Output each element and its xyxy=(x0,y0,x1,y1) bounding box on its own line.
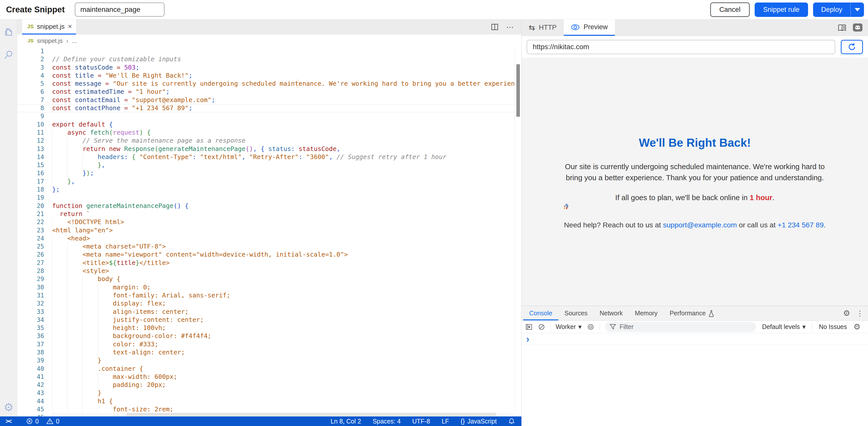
console-settings-icon[interactable]: ⚙ xyxy=(854,322,861,332)
encoding-setting[interactable]: UTF-8 xyxy=(412,418,430,425)
tab-snippet-js[interactable]: JS snippet.js × xyxy=(22,20,76,34)
line-number[interactable]: 19 xyxy=(17,194,44,202)
code-line[interactable]: 44 h1 { xyxy=(17,397,521,405)
line-number[interactable]: 44 xyxy=(17,397,44,405)
scrollbar-thumb[interactable] xyxy=(516,64,520,117)
code-line[interactable]: 24 <head> xyxy=(17,234,521,243)
close-icon[interactable]: × xyxy=(68,23,72,30)
line-number[interactable]: 5 xyxy=(17,80,44,88)
line-number[interactable]: 18 xyxy=(17,186,44,194)
code-line[interactable]: 3const statusCode = 503; xyxy=(17,63,521,72)
console-sidebar-toggle-icon[interactable] xyxy=(525,323,533,331)
line-number[interactable]: 15 xyxy=(17,161,44,169)
line-number[interactable]: 11 xyxy=(17,129,44,137)
deploy-split-button[interactable]: Deploy xyxy=(813,2,864,17)
code-line[interactable]: 19 xyxy=(17,194,521,202)
devtools-tab-console[interactable]: Console xyxy=(523,306,558,320)
code-line[interactable]: 18}; xyxy=(17,186,521,194)
line-number[interactable]: 4 xyxy=(17,72,44,80)
line-number[interactable]: 37 xyxy=(17,340,44,348)
line-number[interactable]: 27 xyxy=(17,259,44,267)
line-number[interactable]: 35 xyxy=(17,324,44,332)
line-number[interactable]: 7 xyxy=(17,96,44,104)
indentation-setting[interactable]: Spaces: 4 xyxy=(373,418,401,425)
problems-indicator[interactable]: 0 0 xyxy=(26,418,59,425)
code-line[interactable]: 15 }, xyxy=(17,161,521,169)
line-number[interactable]: 2 xyxy=(17,55,44,63)
cursor-position[interactable]: Ln 8, Col 2 xyxy=(331,418,361,425)
line-number[interactable]: 31 xyxy=(17,291,44,300)
code-line[interactable]: 40 .container { xyxy=(17,365,521,373)
code-line[interactable]: 28 <style> xyxy=(17,267,521,275)
log-levels-select[interactable]: Default levels▾ xyxy=(762,323,806,331)
breadcrumb-more[interactable]: ... xyxy=(72,37,77,45)
code-line[interactable]: 7const contactEmail = "support@example.c… xyxy=(17,96,521,104)
horizontal-scrollbar[interactable] xyxy=(52,413,515,417)
line-number[interactable]: 41 xyxy=(17,373,44,381)
code-line[interactable]: 41 max-width: 600px; xyxy=(17,373,521,381)
console-output[interactable]: › xyxy=(522,333,868,345)
line-number[interactable]: 33 xyxy=(17,308,44,316)
scrollbar-thumb[interactable] xyxy=(126,413,496,416)
code-line[interactable]: 11 async fetch(request) { xyxy=(17,129,521,137)
line-number[interactable]: 25 xyxy=(17,243,44,251)
line-number[interactable]: 20 xyxy=(17,202,44,210)
code-line[interactable]: 36 background-color: #f4f4f4; xyxy=(17,332,521,340)
devtools-tab-network[interactable]: Network xyxy=(593,306,629,320)
code-line[interactable]: 12 // Serve the maintenance page as a re… xyxy=(17,137,521,145)
kebab-menu-icon[interactable]: ⋮ xyxy=(856,309,864,318)
line-number[interactable]: 30 xyxy=(17,283,44,291)
line-number[interactable]: 13 xyxy=(17,145,44,153)
eol-setting[interactable]: LF xyxy=(441,418,449,425)
line-number[interactable]: 14 xyxy=(17,153,44,161)
code-line[interactable]: 4const title = "We'll Be Right Back!"; xyxy=(17,72,521,80)
devtools-settings-icon[interactable]: ⚙ xyxy=(843,309,850,318)
code-editor[interactable]: 12// Define your customizable inputs3con… xyxy=(17,47,521,417)
tab-http[interactable]: ⇆ HTTP xyxy=(522,20,564,36)
line-number[interactable]: 17 xyxy=(17,177,44,186)
code-line[interactable]: 25 <meta charset="UTF-8"> xyxy=(17,243,521,251)
code-line[interactable]: 35 height: 100vh; xyxy=(17,324,521,332)
line-number[interactable]: 26 xyxy=(17,251,44,259)
docs-book-icon[interactable] xyxy=(838,24,846,31)
line-number[interactable]: 29 xyxy=(17,275,44,283)
breadcrumb-file[interactable]: snippet.js xyxy=(37,37,62,45)
code-line[interactable]: 2// Define your customizable inputs xyxy=(17,55,521,63)
files-icon[interactable] xyxy=(3,27,14,37)
context-select[interactable]: Worker▾ xyxy=(556,323,582,331)
code-line[interactable]: 5const message = "Our site is currently … xyxy=(17,80,521,88)
code-line[interactable]: 38 text-align: center; xyxy=(17,348,521,357)
line-number[interactable]: 36 xyxy=(17,332,44,340)
devtools-tab-memory[interactable]: Memory xyxy=(629,306,663,320)
code-line[interactable]: 21 return ` xyxy=(17,210,521,218)
code-line[interactable]: 10export default { xyxy=(17,120,521,129)
line-number[interactable]: 42 xyxy=(17,381,44,389)
settings-gear-icon[interactable]: ⚙ xyxy=(3,402,14,413)
code-line[interactable]: 29 body { xyxy=(17,275,521,283)
line-number[interactable]: 21 xyxy=(17,210,44,218)
preview-url-input[interactable] xyxy=(527,40,835,54)
snippet-name-input[interactable] xyxy=(75,2,164,17)
code-line[interactable]: 33 align-items: center; xyxy=(17,308,521,316)
line-number[interactable]: 34 xyxy=(17,316,44,324)
phone-link[interactable]: +1 234 567 89 xyxy=(778,221,824,229)
more-actions-icon[interactable]: ⋯ xyxy=(506,23,514,31)
line-number[interactable]: 43 xyxy=(17,389,44,397)
line-number[interactable]: 40 xyxy=(17,365,44,373)
line-number[interactable]: 12 xyxy=(17,137,44,145)
line-number[interactable]: 24 xyxy=(17,234,44,243)
line-number[interactable]: 16 xyxy=(17,169,44,177)
line-number[interactable]: 6 xyxy=(17,88,44,96)
code-line[interactable]: 23<html lang="en"> xyxy=(17,226,521,234)
code-line[interactable]: 9 xyxy=(17,112,521,120)
devtools-tab-performance[interactable]: Performance xyxy=(663,306,720,320)
line-number[interactable]: 10 xyxy=(17,120,44,129)
code-line[interactable]: 17 }, xyxy=(17,177,521,186)
code-line[interactable]: 34 justify-content: center; xyxy=(17,316,521,324)
breadcrumb[interactable]: JS snippet.js › ... xyxy=(17,34,521,47)
code-line[interactable]: 43 } xyxy=(17,389,521,397)
line-number[interactable]: 32 xyxy=(17,300,44,308)
line-number[interactable]: 39 xyxy=(17,357,44,365)
line-number[interactable]: 38 xyxy=(17,348,44,357)
code-line[interactable]: 26 <meta name="viewport" content="width=… xyxy=(17,251,521,259)
